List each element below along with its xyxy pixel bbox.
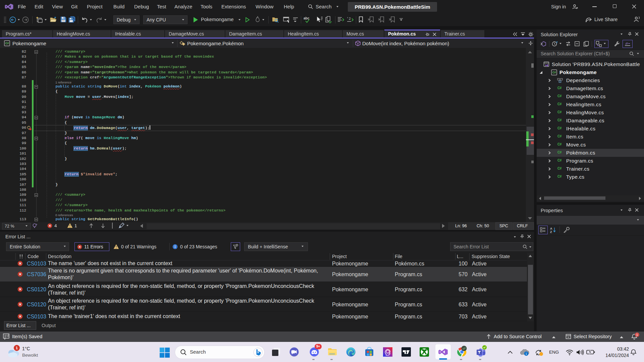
svg-text:abc: abc bbox=[304, 16, 310, 20]
svg-text:A: A bbox=[550, 227, 552, 230]
svg-text:Z: Z bbox=[550, 230, 552, 233]
svg-text:'2: '2 bbox=[346, 17, 351, 21]
